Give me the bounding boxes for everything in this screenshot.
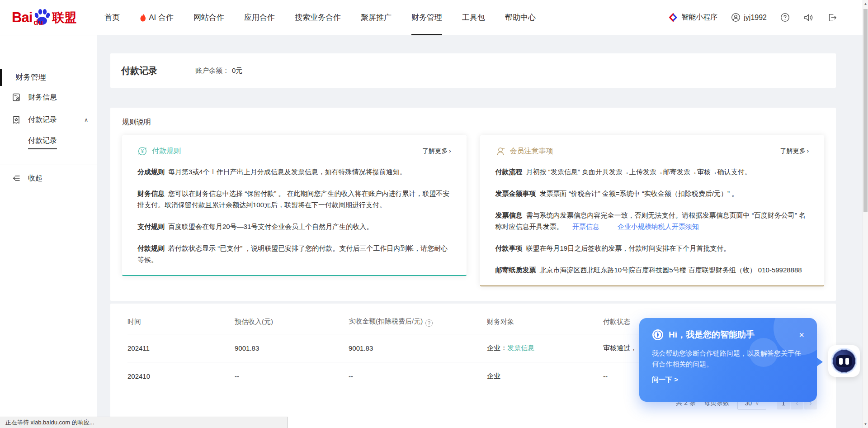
payment-record-icon [12,115,21,124]
rule-paragraph: 支付规则百度联盟会在每月20号—31号支付企业会员上个自然月产生的收入。 [137,221,451,232]
coin-icon: ¥ [137,146,147,156]
rule-paragraph: 邮寄纸质发票北京市海淀区西北旺东路10号院百度科技园5号楼 百度联盟财务组（收）… [495,264,809,276]
rule-paragraph: 付款规则若付款状态显示 “已支付” ，说明联盟已安排了您的付款。支付后三个工作日… [137,243,451,265]
browser-status-bar: 正在等待 xlab.baidu.com 的响应... [0,417,288,428]
nav-item-ai[interactable]: AI 合作 [130,0,184,35]
sidebar-collapse-button[interactable]: 收起 [0,165,97,191]
nav-item-help-center[interactable]: 帮助中心 [495,0,546,35]
sound-icon[interactable] [803,13,814,23]
cell-time: 202411 [127,334,235,362]
cell-actual: -- [349,362,487,390]
logo-text-union: 联盟 [52,10,76,26]
svg-text:¥: ¥ [141,148,144,154]
member-notice-card: 会员注意事项 了解更多› 付款流程月初按 “发票信息” 页面开具发票→上传发票→… [480,135,825,286]
rule-paragraph: 付款事项联盟在每月19日之后签收的发票，付款时间安排在下个月首批支付。 [495,243,809,254]
col-finance-object: 财务对象 [487,309,603,334]
smart-miniprogram-icon [668,13,678,23]
balance-value: 0元 [232,67,242,74]
help-icon[interactable] [780,13,790,22]
assistant-popup: Hi，我是您的智能助手 × 我会帮助您诊断合作链路问题，以及解答您关于任何合作相… [639,318,817,402]
user-icon [731,13,741,22]
nav-item-finance[interactable]: 财务管理 [401,0,452,35]
scroll-up-arrow[interactable]: ▲ [863,2,868,6]
rule-paragraph: 发票信息需与系统内发票信息内容完全一致，否则无法支付。请根据发票信息页面中 “百… [495,209,809,232]
scroll-down-arrow[interactable]: ▼ [863,422,868,426]
sidebar-item-finance-info[interactable]: 财务信息 [0,86,97,109]
cell-time: 202410 [127,362,235,390]
collapse-icon [12,174,21,183]
member-notice-more-link[interactable]: 了解更多› [780,147,809,155]
status-text: 正在等待 xlab.baidu.com 的响应... [5,418,94,427]
nav-right: 智能小程序 jyj1992 [668,13,837,23]
rules-section: 规则说明 ¥ 付款规则 了解更多› [110,108,836,301]
nav-menu: 首页 AI 合作 网站合作 应用合作 搜索业务合作 聚屏推广 财务管理 工具包 … [94,0,546,35]
cell-estimated: -- [235,362,349,390]
chevron-right-icon: › [807,147,809,154]
member-crown-icon [495,146,505,156]
nav-item-website[interactable]: 网站合作 [184,0,234,35]
cell-finance-object: 企业：发票信息 [487,334,603,362]
col-actual-amount: 实收金额(扣除税费后/元)? [349,309,487,334]
chevron-up-icon[interactable]: ∧ [84,117,88,123]
nav-item-juping[interactable]: 聚屏推广 [351,0,401,35]
cell-actual: 9001.83 [349,334,487,362]
help-circle-icon[interactable]: ? [425,319,433,327]
finance-info-icon [12,93,21,102]
rules-heading: 规则说明 [122,118,824,127]
paw-icon: du [33,8,51,27]
payment-rules-title: 付款规则 [152,147,181,156]
scrollbar-thumb[interactable] [863,9,868,212]
col-estimated-income: 预估收入(元) [235,309,349,334]
sidebar-item-label: 付款记录 [28,115,57,125]
rule-paragraph: 分成规则每月第3或4个工作日产出上月分成信息及发票信息，如有特殊情况将提前通知。 [137,166,451,177]
top-nav: Bai du 联盟 首页 AI 合作 网站合作 应用合作 搜索业务合作 聚屏推广… [0,0,868,35]
username: jyj1992 [744,14,767,22]
sidebar-subitem-payment-record-active[interactable]: 付款记录 [0,131,97,154]
assistant-robot-button[interactable] [828,345,860,377]
user-menu[interactable]: jyj1992 [731,13,767,22]
collapse-label: 收起 [28,174,42,183]
rule-paragraph: 发票金额事项发票票面 “价税合计” 金额=系统中 “实收金额（扣除税费后/元）”… [495,188,809,199]
logo-text-du: du [33,18,43,27]
account-balance: 账户余额：0元 [195,67,242,75]
sidebar-section-finance-management[interactable]: 财务管理 [0,69,97,86]
robot-avatar-icon [831,348,857,374]
page-title: 付款记录 [121,65,157,77]
balance-label: 账户余额： [195,67,229,74]
rule-paragraph: 付款流程月初按 “发票信息” 页面开具发票→上传发票→邮寄发票→审核→确认支付。 [495,166,809,177]
page-header-card: 付款记录 账户余额：0元 [110,53,836,88]
invoice-info-link[interactable]: 开票信息 [572,223,599,230]
logo-text-bai: Bai [12,10,32,26]
cell-estimated: 9001.83 [235,334,349,362]
close-icon[interactable]: × [799,330,804,339]
col-time: 时间 [127,309,235,334]
smart-miniprogram-link[interactable]: 智能小程序 [668,13,717,23]
nav-item-toolkit[interactable]: 工具包 [452,0,495,35]
page-scrollbar[interactable]: ▲ ▼ [863,0,868,428]
small-taxpayer-notice-link[interactable]: 企业小规模纳税人开票须知 [618,223,699,230]
sidebar-item-payment-record[interactable]: 付款记录 ∧ [0,109,97,131]
nav-item-app[interactable]: 应用合作 [234,0,285,35]
assistant-greeting: Hi，我是您的智能助手 [669,329,755,341]
nav-item-home[interactable]: 首页 [94,0,130,35]
payment-rules-card: ¥ 付款规则 了解更多› 分成规则每月第3或4个工作日产出上月分成信息及发票信息… [122,135,467,276]
nav-item-search-business[interactable]: 搜索业务合作 [285,0,351,35]
chevron-right-icon: › [449,147,451,154]
assistant-message: 我会帮助您诊断合作链路问题，以及解答您关于任何合作相关的问题。 [652,348,804,370]
rule-paragraph: 财务信息您可以在财务信息中选择 “保留付款” 。 在此期间您产生的收入将在账户内… [137,188,451,210]
sidebar: 财务管理 财务信息 付款记录 ∧ 付款记录 [0,35,97,428]
invoice-info-cell-link[interactable]: 发票信息 [507,344,534,352]
assistant-ask-link[interactable]: 问一下 > [652,376,804,384]
compass-icon [652,329,664,341]
cell-finance-object: 企业 [487,362,603,390]
logout-icon[interactable] [827,13,837,23]
flame-icon [140,14,146,22]
baidu-union-logo[interactable]: Bai du 联盟 [12,8,76,27]
sidebar-item-label: 财务信息 [28,93,57,102]
payment-rules-more-link[interactable]: 了解更多› [422,147,451,155]
assistant-popup-tail [816,357,823,367]
member-notice-title: 会员注意事项 [510,147,553,156]
